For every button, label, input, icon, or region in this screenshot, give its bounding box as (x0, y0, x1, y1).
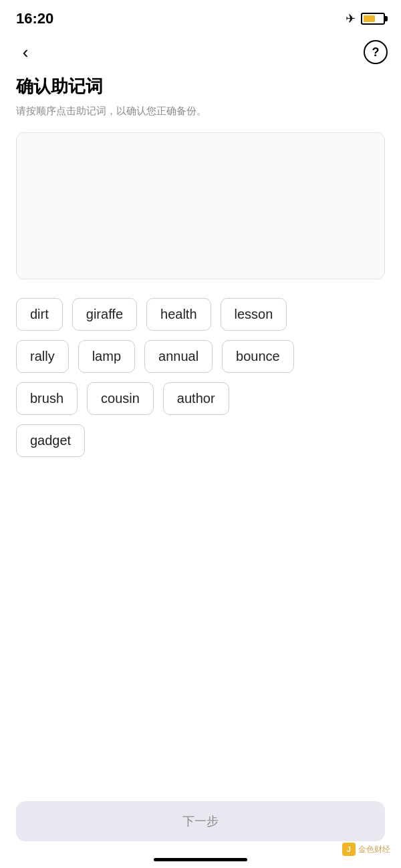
word-chip-health[interactable]: health (146, 298, 211, 331)
words-row-3: brush cousin author (16, 382, 385, 415)
word-chip-gadget[interactable]: gadget (16, 424, 85, 457)
page-title: 确认助记词 (16, 75, 385, 98)
status-bar: 16:20 ✈ (0, 0, 401, 35)
nav-bar: ‹ ? (0, 35, 401, 69)
help-button[interactable]: ? (364, 40, 388, 64)
status-time: 16:20 (16, 10, 53, 27)
battery-icon (361, 13, 385, 25)
bottom-area: 下一步 (0, 790, 401, 868)
word-chip-dirt[interactable]: dirt (16, 298, 63, 331)
words-row-1: dirt giraffe health lesson (16, 298, 385, 331)
words-row-2: rally lamp annual bounce (16, 340, 385, 373)
word-chip-lesson[interactable]: lesson (221, 298, 287, 331)
word-chip-cousin[interactable]: cousin (87, 382, 154, 415)
watermark-icon: J (342, 843, 356, 856)
word-chip-author[interactable]: author (163, 382, 229, 415)
answer-area (16, 132, 385, 279)
next-button[interactable]: 下一步 (16, 801, 385, 841)
word-chip-lamp[interactable]: lamp (78, 340, 135, 373)
airplane-icon: ✈ (346, 11, 356, 26)
home-indicator (154, 858, 247, 861)
help-label: ? (372, 45, 380, 59)
word-chip-annual[interactable]: annual (144, 340, 213, 373)
status-icons: ✈ (346, 11, 385, 26)
words-row-4: gadget (16, 424, 385, 457)
back-button[interactable]: ‹ (13, 40, 37, 64)
word-chip-rally[interactable]: rally (16, 340, 69, 373)
watermark-text: 金色财经 (358, 844, 390, 855)
word-chip-brush[interactable]: brush (16, 382, 78, 415)
word-chip-giraffe[interactable]: giraffe (72, 298, 137, 331)
word-chip-bounce[interactable]: bounce (222, 340, 294, 373)
watermark: J 金色财经 (342, 843, 390, 856)
page-content: 确认助记词 请按顺序点击助记词，以确认您正确备份。 (0, 69, 401, 279)
page-subtitle: 请按顺序点击助记词，以确认您正确备份。 (16, 104, 385, 119)
words-section: dirt giraffe health lesson rally lamp an… (0, 298, 401, 457)
back-chevron-icon: ‹ (23, 43, 29, 61)
battery-fill (364, 15, 375, 22)
